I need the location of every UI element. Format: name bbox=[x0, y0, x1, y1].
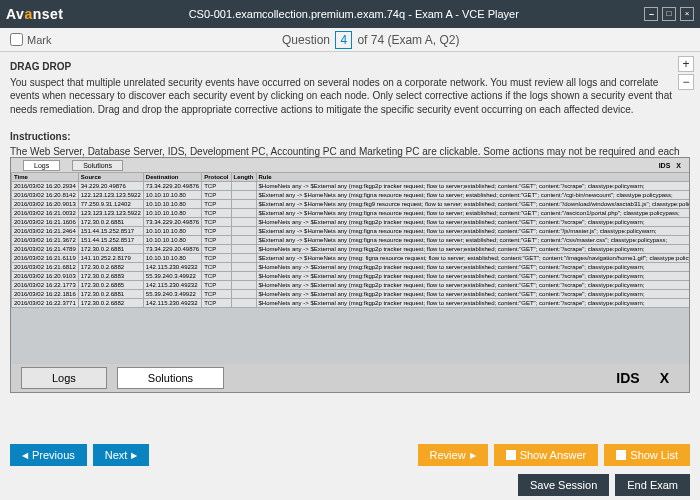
previous-button[interactable]: Previous bbox=[10, 444, 87, 466]
table-row[interactable]: 2016/03/02 16:20.9103172.30.0.2.688355.3… bbox=[12, 272, 691, 281]
show-answer-checkbox[interactable] bbox=[506, 450, 516, 460]
column-header: Time bbox=[12, 173, 79, 182]
column-header: Destination bbox=[143, 173, 201, 182]
table-row[interactable]: 2016/03/02 16:20.901377.250.9.31.1240210… bbox=[12, 200, 691, 209]
instructions-heading: Instructions: bbox=[10, 130, 690, 144]
table-row[interactable]: 2016/03/02 16:21.6812172.30.0.2.6882142.… bbox=[12, 263, 691, 272]
maximize-button[interactable]: □ bbox=[662, 7, 676, 21]
column-header: Protocol bbox=[202, 173, 231, 182]
table-row[interactable]: 2016/03/02 16:21.4789172.30.0.2.688173.3… bbox=[12, 245, 691, 254]
question-number: 4 bbox=[335, 31, 352, 49]
tab-solutions-small[interactable]: Solutions bbox=[72, 160, 123, 171]
ids-label: IDS bbox=[659, 162, 671, 169]
table-row[interactable]: 2016/03/02 16:20.293434.229.20.4987673.3… bbox=[12, 182, 691, 191]
table-row[interactable]: 2016/03/02 16:21.1606172.30.0.2.688173.3… bbox=[12, 218, 691, 227]
mark-checkbox[interactable] bbox=[10, 33, 23, 46]
tab-solutions[interactable]: Solutions bbox=[117, 367, 224, 389]
table-row[interactable]: 2016/03/02 16:21.2464151.44.15.252.85171… bbox=[12, 227, 691, 236]
show-answer-button[interactable]: Show Answer bbox=[494, 444, 599, 466]
end-exam-button[interactable]: End Exam bbox=[615, 474, 690, 496]
review-button[interactable]: Review bbox=[418, 444, 488, 466]
log-table: TimeSourceDestinationProtocolLengthRule … bbox=[11, 172, 690, 308]
tab-logs-small[interactable]: Logs bbox=[23, 160, 60, 171]
app-logo: Avanset bbox=[6, 6, 63, 22]
zoom-in-button[interactable]: + bbox=[678, 56, 694, 72]
close-button[interactable]: × bbox=[680, 7, 694, 21]
question-text: You suspect that multiple unrelated secu… bbox=[10, 76, 690, 117]
column-header: Length bbox=[231, 173, 256, 182]
table-row[interactable]: 2016/03/02 16:21.3672151.44.15.252.85171… bbox=[12, 236, 691, 245]
next-button[interactable]: Next bbox=[93, 444, 150, 466]
show-list-checkbox[interactable] bbox=[616, 450, 626, 460]
instructions-text: The Web Server, Database Server, IDS, De… bbox=[10, 145, 690, 157]
column-header: Rule bbox=[256, 173, 690, 182]
table-row[interactable]: 2016/03/02 16:21.6119141.10.252.2.817910… bbox=[12, 254, 691, 263]
mark-label: Mark bbox=[27, 34, 51, 46]
column-header: Source bbox=[78, 173, 143, 182]
table-row[interactable]: 2016/03/02 16:20.8142122.123.123.123.592… bbox=[12, 191, 691, 200]
question-type: DRAG DROP bbox=[10, 60, 690, 74]
show-list-button[interactable]: Show List bbox=[604, 444, 690, 466]
table-row[interactable]: 2016/03/02 16:22.1773172.30.0.2.6885142.… bbox=[12, 281, 691, 290]
question-indicator: Question 4 of 74 (Exam A, Q2) bbox=[51, 33, 690, 47]
zoom-out-button[interactable]: − bbox=[678, 74, 694, 90]
save-session-button[interactable]: Save Session bbox=[518, 474, 609, 496]
table-row[interactable]: 2016/03/02 16:22.1816172.30.0.2.688155.3… bbox=[12, 290, 691, 299]
simulation-panel: Logs Solutions IDS X TimeSourceDestinati… bbox=[10, 157, 690, 393]
ids-label-big: IDS bbox=[616, 370, 639, 386]
minimize-button[interactable]: ‒ bbox=[644, 7, 658, 21]
close-panel-button[interactable]: X bbox=[676, 162, 681, 169]
table-row[interactable]: 2016/03/02 16:22.3771172.30.0.2.6882142.… bbox=[12, 299, 691, 308]
close-panel-big-button[interactable]: X bbox=[660, 370, 669, 386]
window-title: CS0-001.examcollection.premium.exam.74q … bbox=[189, 8, 519, 20]
tab-logs[interactable]: Logs bbox=[21, 367, 107, 389]
table-row[interactable]: 2016/03/02 16:21.0032123.123.123.123.592… bbox=[12, 209, 691, 218]
